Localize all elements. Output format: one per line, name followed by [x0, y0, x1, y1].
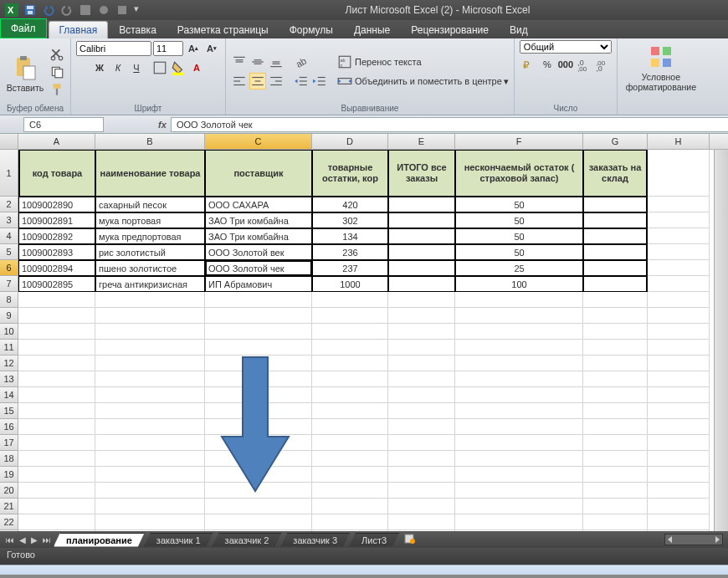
cell[interactable]: 50 [455, 244, 583, 260]
cell[interactable] [205, 403, 312, 419]
tab-view[interactable]: Вид [500, 22, 538, 38]
qat-icon[interactable] [115, 3, 129, 17]
cell[interactable] [455, 451, 583, 467]
cell[interactable] [583, 324, 648, 340]
cell[interactable] [205, 308, 312, 324]
cell[interactable] [205, 499, 312, 514]
cell[interactable] [312, 371, 388, 387]
row-header[interactable]: 12 [0, 355, 18, 371]
percent-icon[interactable]: % [539, 56, 556, 73]
cell[interactable] [18, 387, 95, 403]
cell[interactable] [95, 371, 205, 387]
cell[interactable] [18, 435, 95, 451]
row-header[interactable]: 22 [0, 514, 18, 530]
cell[interactable]: наименование товара [95, 150, 205, 197]
cell[interactable] [648, 292, 710, 308]
cell[interactable] [455, 355, 583, 371]
row-header[interactable]: 6 [0, 260, 18, 276]
cell[interactable] [95, 419, 205, 435]
cell[interactable]: ИТОГО все заказы [388, 150, 455, 197]
font-name-input[interactable] [76, 41, 151, 56]
cell[interactable] [388, 419, 455, 435]
row-header[interactable]: 1 [0, 150, 18, 197]
cell[interactable] [18, 292, 95, 308]
cell[interactable] [455, 308, 583, 324]
cell[interactable] [583, 403, 648, 419]
cell[interactable] [455, 340, 583, 355]
cell[interactable] [455, 514, 583, 530]
select-all-corner[interactable] [0, 134, 18, 149]
cell[interactable] [95, 514, 205, 530]
cell[interactable] [18, 324, 95, 340]
cell[interactable] [388, 387, 455, 403]
tab-data[interactable]: Данные [344, 22, 400, 38]
cell[interactable] [455, 371, 583, 387]
cond-format-button[interactable]: Условное форматирование [623, 40, 700, 92]
cell[interactable] [18, 451, 95, 467]
cell[interactable] [648, 419, 710, 435]
cell[interactable] [648, 387, 710, 403]
cell[interactable] [648, 150, 710, 197]
cell[interactable]: ЗАО Три комбайна [205, 212, 312, 228]
cell[interactable] [583, 340, 648, 355]
cell[interactable]: 134 [312, 228, 388, 244]
cell[interactable] [583, 292, 648, 308]
horizontal-scrollbar[interactable] [664, 534, 723, 545]
qat-icon[interactable] [97, 3, 110, 17]
cell[interactable] [455, 483, 583, 499]
cell[interactable] [648, 324, 710, 340]
orientation-icon[interactable]: ab [293, 54, 310, 70]
tab-formulas[interactable]: Формулы [279, 22, 343, 38]
cell[interactable] [95, 324, 205, 340]
cell[interactable] [205, 371, 312, 387]
align-bottom-icon[interactable] [268, 54, 285, 70]
cell[interactable] [312, 355, 388, 371]
cell[interactable] [648, 514, 710, 530]
row-header[interactable]: 17 [0, 435, 18, 451]
cell[interactable] [95, 340, 205, 355]
cell[interactable]: заказать на склад [583, 150, 648, 197]
row-header[interactable]: 19 [0, 467, 18, 483]
cell[interactable] [388, 355, 455, 371]
row-header[interactable]: 23 [0, 530, 18, 531]
sheet-tab[interactable]: заказчик 1 [144, 533, 213, 547]
cell[interactable] [95, 499, 205, 514]
cell[interactable]: 236 [312, 244, 388, 260]
underline-icon[interactable]: Ч [128, 59, 145, 76]
cell[interactable]: ЗАО Три комбайна [205, 228, 312, 244]
paste-button[interactable]: Вставить [5, 51, 45, 93]
cell[interactable] [205, 451, 312, 467]
cell[interactable] [205, 340, 312, 355]
cell[interactable] [95, 308, 205, 324]
cell[interactable] [455, 387, 583, 403]
row-header[interactable]: 14 [0, 387, 18, 403]
col-header-C[interactable]: C [205, 134, 312, 149]
dec-decimal-icon[interactable]: ,00,0 [594, 56, 611, 73]
cell[interactable] [95, 292, 205, 308]
cell[interactable] [455, 403, 583, 419]
cell[interactable] [648, 467, 710, 483]
cell[interactable] [95, 451, 205, 467]
cell[interactable] [312, 530, 388, 531]
cell[interactable] [455, 419, 583, 435]
cell[interactable] [388, 451, 455, 467]
cell[interactable] [388, 483, 455, 499]
indent-icon[interactable] [311, 73, 328, 90]
cell[interactable] [455, 435, 583, 451]
cell[interactable] [583, 483, 648, 499]
cell[interactable]: греча антикризисная [95, 276, 205, 292]
tab-insert[interactable]: Вставка [109, 22, 167, 38]
cell[interactable] [648, 435, 710, 451]
cell[interactable] [205, 483, 312, 499]
cell[interactable] [205, 419, 312, 435]
cell[interactable] [388, 371, 455, 387]
cell[interactable]: пшено золотистое [95, 260, 205, 276]
cell[interactable] [648, 197, 710, 212]
italic-icon[interactable]: К [110, 59, 126, 76]
cell[interactable] [648, 483, 710, 499]
cell[interactable] [583, 499, 648, 514]
cell[interactable] [18, 340, 95, 355]
align-left-icon[interactable] [231, 73, 248, 90]
redo-icon[interactable] [60, 3, 74, 17]
cell[interactable] [205, 435, 312, 451]
